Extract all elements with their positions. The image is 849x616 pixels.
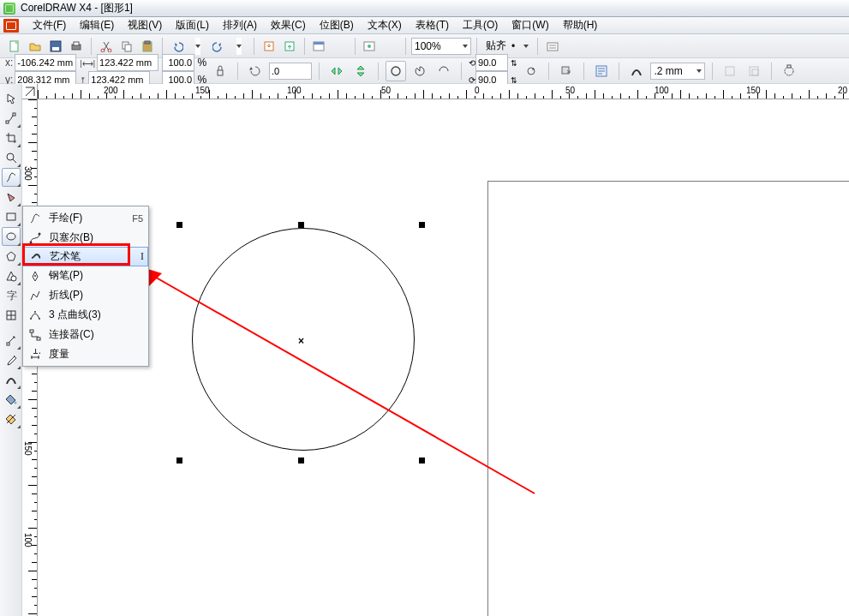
pie-mode-button[interactable]	[410, 61, 430, 81]
new-button[interactable]	[5, 37, 24, 56]
flyout-connector[interactable]: 连接器(C)	[23, 325, 148, 344]
svg-rect-35	[7, 343, 9, 345]
selection-handle-sw[interactable]	[176, 458, 182, 463]
snap-combo[interactable]: 贴齐•	[482, 38, 532, 55]
outline-tool[interactable]	[2, 370, 21, 389]
print-button[interactable]	[67, 37, 86, 56]
to-front-button[interactable]	[556, 61, 577, 81]
svg-rect-24	[752, 69, 758, 75]
shape-tool[interactable]	[2, 109, 21, 128]
selection-handle-se[interactable]	[419, 458, 425, 463]
undo-dropdown[interactable]	[188, 37, 207, 56]
flyout-three-point-curve[interactable]: 3 点曲线(3)	[23, 305, 148, 325]
menu-text[interactable]: 文本(X)	[361, 16, 409, 34]
redo-button[interactable]	[209, 37, 228, 56]
interactive-fill-tool[interactable]	[2, 410, 21, 428]
arc-mode-button[interactable]	[433, 61, 454, 81]
mirror-v-button[interactable]	[350, 61, 371, 81]
flyout-polyline[interactable]: 折线(P)	[23, 285, 148, 305]
svg-point-29	[7, 153, 14, 160]
size-group: |⟷| ⤒	[80, 54, 158, 88]
welcome-button[interactable]	[361, 37, 380, 56]
document-icon[interactable]	[3, 19, 19, 33]
zoom-combo[interactable]: 100%	[411, 38, 471, 55]
menu-edit[interactable]: 编辑(E)	[73, 16, 121, 34]
fill-tool[interactable]	[2, 390, 21, 409]
copy-button[interactable]	[117, 37, 136, 56]
selection-handle-ne[interactable]	[419, 222, 425, 228]
options-button[interactable]	[543, 37, 562, 56]
wrap-text-button[interactable]	[591, 61, 612, 81]
svg-point-16	[368, 45, 371, 48]
app-logo-icon	[3, 3, 15, 15]
menu-layout[interactable]: 版面(L)	[169, 16, 216, 34]
rectangle-tool[interactable]	[2, 207, 21, 226]
menu-file[interactable]: 文件(F)	[26, 16, 73, 34]
zoom-tool[interactable]	[2, 148, 21, 167]
flyout-artistic-media[interactable]: 艺术笔	[23, 247, 148, 266]
menu-window[interactable]: 窗口(W)	[505, 16, 555, 34]
canvas[interactable]: ×	[38, 99, 849, 616]
selection-handle-s[interactable]	[298, 458, 304, 463]
ellipse-mode-button[interactable]	[386, 61, 406, 81]
direction-button[interactable]	[521, 61, 541, 81]
redo-dropdown[interactable]	[230, 37, 248, 56]
ellipse-tool[interactable]	[2, 227, 21, 246]
undo-button[interactable]	[168, 37, 187, 56]
lock-ratio-button[interactable]	[210, 61, 230, 81]
arc-start-input[interactable]	[475, 54, 508, 71]
flyout-pen[interactable]: 钢笔(P)	[23, 266, 148, 285]
paste-button[interactable]	[138, 37, 157, 56]
selection-center-icon[interactable]: ×	[298, 335, 304, 347]
menu-effects[interactable]: 效果(C)	[264, 16, 313, 34]
menu-arrange[interactable]: 排列(A)	[216, 16, 264, 34]
menu-tools[interactable]: 工具(O)	[456, 16, 505, 34]
eyedropper-tool[interactable]	[2, 350, 21, 369]
curve-tool[interactable]	[2, 168, 21, 187]
width-input[interactable]	[97, 54, 158, 71]
mirror-h-button[interactable]	[326, 61, 347, 81]
x-position-input[interactable]	[15, 54, 76, 71]
export-button[interactable]	[280, 37, 299, 56]
menu-help[interactable]: 帮助(H)	[556, 16, 605, 34]
cut-button[interactable]	[97, 37, 116, 56]
rotation-input[interactable]	[269, 63, 312, 80]
import-button[interactable]	[260, 37, 278, 56]
convert-to-curves-button[interactable]	[779, 61, 799, 81]
polygon-tool[interactable]	[2, 247, 21, 266]
convert-button	[744, 61, 764, 81]
pick-tool[interactable]	[2, 89, 21, 108]
smart-fill-tool[interactable]	[2, 188, 21, 206]
flyout-label: 手绘(F)	[49, 211, 82, 225]
pen-icon	[28, 269, 42, 283]
flyout-bezier[interactable]: 贝塞尔(B)	[23, 228, 148, 248]
basic-shapes-tool[interactable]	[2, 266, 21, 285]
flyout-freehand[interactable]: 手绘(F) F5	[23, 208, 148, 228]
scale-x-input[interactable]	[162, 54, 194, 71]
outline-width-combo[interactable]: .2 mm	[650, 63, 705, 80]
text-tool[interactable]: 字	[2, 286, 21, 305]
interactive-tool[interactable]	[2, 331, 21, 350]
crop-tool[interactable]	[2, 129, 21, 147]
svg-rect-22	[726, 67, 734, 75]
menu-view[interactable]: 视图(V)	[121, 16, 169, 34]
dimension-icon: 1.0	[28, 348, 42, 362]
page-boundary	[487, 181, 849, 616]
flyout-dimension[interactable]: 1.0 度量	[23, 344, 148, 364]
app-dropdown[interactable]	[331, 37, 350, 56]
save-button[interactable]	[46, 37, 65, 56]
scale-group: % %	[162, 54, 206, 88]
three-point-curve-icon	[28, 308, 42, 322]
svg-point-32	[11, 276, 16, 281]
menu-table[interactable]: 表格(T)	[409, 16, 456, 34]
app-launcher-button[interactable]	[310, 37, 329, 56]
svg-rect-26	[787, 65, 791, 68]
welcome-dropdown[interactable]	[381, 37, 400, 56]
selection-handle-nw[interactable]	[176, 222, 182, 228]
open-button[interactable]	[26, 37, 45, 56]
menu-bitmaps[interactable]: 位图(B)	[313, 16, 361, 34]
ruler-origin[interactable]	[22, 84, 38, 99]
horizontal-ruler[interactable]: 200 150 100 50 0 50 100 150 20	[22, 84, 849, 99]
selection-handle-n[interactable]	[298, 222, 304, 228]
table-tool[interactable]	[2, 306, 21, 325]
